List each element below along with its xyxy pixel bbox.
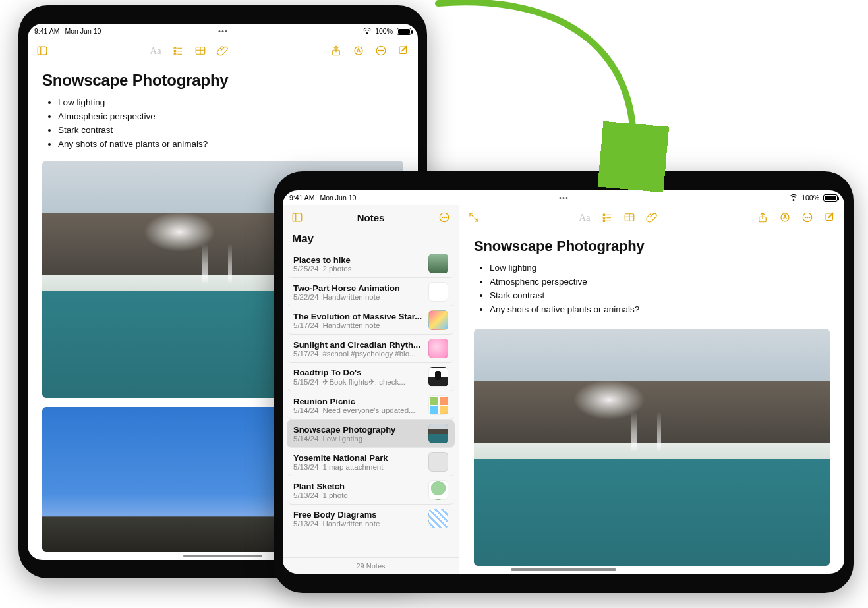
svg-point-14 — [378, 50, 380, 51]
aa-icon: Aa — [150, 45, 161, 57]
status-bar: 9:41 AM Mon Jun 10 100% — [28, 24, 418, 38]
checklist-button[interactable] — [598, 208, 616, 227]
paperclip-icon — [217, 45, 229, 57]
note-item-title: Yosemite National Park — [293, 453, 423, 463]
share-icon — [330, 45, 342, 57]
status-bar: 9:41 AM Mon Jun 10 100% — [283, 190, 844, 205]
multitask-pill[interactable] — [560, 197, 568, 199]
note-item-thumbnail — [428, 339, 448, 358]
note-list-item[interactable]: Snowscape Photography5/14/24Low lighting — [287, 420, 455, 448]
svg-point-16 — [382, 50, 384, 51]
svg-point-15 — [380, 50, 382, 51]
svg-point-24 — [603, 214, 605, 216]
note-list-item[interactable]: The Evolution of Massive Star...5/17/24H… — [287, 306, 455, 335]
markup-button[interactable] — [776, 208, 794, 227]
bullet-item: Stark contrast — [490, 289, 830, 303]
note-item-thumbnail — [428, 509, 448, 528]
compose-button[interactable] — [394, 41, 413, 60]
note-item-thumbnail — [428, 310, 448, 330]
note-item-subtitle: 5/13/24Handwritten note — [293, 520, 423, 528]
note-item-title: Plant Sketch — [293, 482, 423, 491]
note-item-subtitle: 5/17/24#school #psychology #bio... — [293, 350, 423, 358]
share-button[interactable] — [327, 41, 345, 60]
note-list-item[interactable]: Yosemite National Park5/13/241 map attac… — [287, 448, 455, 476]
bullet-item: Stark contrast — [58, 124, 403, 138]
notes-list[interactable]: Places to hike5/25/242 photosTwo-Part Ho… — [283, 250, 459, 557]
expand-icon — [468, 211, 480, 223]
note-item-thumbnail — [428, 254, 448, 273]
note-item-subtitle: 5/25/242 photos — [293, 265, 423, 273]
share-button[interactable] — [753, 208, 772, 227]
wifi-icon — [363, 28, 371, 34]
table-button[interactable] — [620, 208, 639, 227]
svg-rect-0 — [38, 47, 47, 55]
sidebar-section-header: May — [283, 230, 459, 250]
ellipsis-circle-icon — [375, 45, 387, 57]
wifi-icon — [790, 194, 797, 201]
fullscreen-button[interactable] — [465, 208, 483, 227]
sidebar-toolbar: Notes — [283, 205, 459, 230]
note-list-item[interactable]: Places to hike5/25/242 photos — [287, 250, 455, 278]
status-battery-pct: 100% — [375, 27, 393, 35]
checklist-button[interactable] — [169, 41, 187, 60]
toggle-sidebar-button[interactable] — [33, 41, 51, 60]
battery-icon — [397, 28, 411, 35]
note-bullet-list: Low lighting Atmospheric perspective Sta… — [42, 96, 403, 152]
attach-button[interactable] — [214, 41, 232, 60]
more-button[interactable] — [798, 208, 817, 227]
note-item-subtitle: 5/13/241 photo — [293, 491, 423, 499]
attach-button[interactable] — [643, 208, 661, 227]
compose-icon — [397, 45, 409, 57]
note-item-subtitle: 5/17/24Handwritten note — [293, 321, 423, 329]
note-item-title: Sunlight and Circadian Rhyth... — [293, 340, 423, 350]
svg-point-37 — [807, 217, 808, 218]
bullet-item: Any shots of native plants or animals? — [58, 138, 403, 152]
sidebar-notes-count: 29 Notes — [283, 557, 459, 574]
note-item-title: The Evolution of Massive Star... — [293, 312, 423, 321]
aa-icon: Aa — [579, 212, 591, 223]
svg-point-26 — [603, 217, 605, 219]
note-bullet-list: Low lighting Atmospheric perspective Sta… — [474, 262, 830, 317]
home-indicator[interactable] — [183, 555, 262, 557]
note-item-title: Places to hike — [293, 255, 423, 265]
status-time: 9:41 AM — [289, 194, 315, 202]
svg-point-28 — [603, 220, 605, 222]
note-list-item[interactable]: Two-Part Horse Animation5/22/24Handwritt… — [287, 278, 455, 306]
compose-icon — [824, 211, 836, 223]
note-item-title: Free Body Diagrams — [293, 510, 423, 520]
note-list-item[interactable]: Free Body Diagrams5/13/24Handwritten not… — [287, 505, 455, 532]
note-list-item[interactable]: Sunlight and Circadian Rhyth...5/17/24#s… — [287, 335, 455, 363]
note-item-subtitle: 5/14/24Low lighting — [293, 435, 423, 443]
note-list-item[interactable]: Plant Sketch5/13/241 photo — [287, 476, 455, 505]
note-item-thumbnail — [428, 424, 448, 443]
markup-icon — [779, 211, 791, 223]
text-format-button[interactable]: Aa — [146, 41, 165, 60]
status-time: 9:41 AM — [34, 27, 60, 35]
multitask-pill[interactable] — [219, 30, 227, 32]
note-toolbar: Aa — [459, 205, 844, 230]
checklist-icon — [172, 45, 184, 57]
notes-list-pane: Notes May Places to hike5/25/242 photosT… — [283, 205, 459, 574]
more-button[interactable] — [372, 41, 390, 60]
note-item-title: Two-Part Horse Animation — [293, 283, 423, 293]
svg-point-4 — [174, 50, 176, 52]
bullet-item: Atmospheric perspective — [490, 275, 830, 289]
bullet-item: Low lighting — [490, 262, 830, 275]
bullet-item: Any shots of native plants or animals? — [490, 303, 830, 317]
home-indicator[interactable] — [511, 568, 616, 571]
table-icon — [194, 45, 206, 57]
note-photo-waterfall[interactable] — [474, 329, 830, 566]
compose-button[interactable] — [821, 208, 839, 227]
note-item-thumbnail — [428, 282, 448, 302]
note-list-item[interactable]: Roadtrip To Do's5/15/24✈︎Book flights✈︎:… — [287, 363, 455, 391]
note-list-item[interactable]: Reunion Picnic5/14/24Need everyone's upd… — [287, 391, 455, 420]
table-button[interactable] — [191, 41, 210, 60]
share-icon — [757, 211, 768, 223]
note-editor[interactable]: Snowscape Photography Low lighting Atmos… — [459, 230, 844, 574]
note-item-thumbnail — [428, 480, 448, 500]
markup-button[interactable] — [349, 41, 368, 60]
note-detail-pane: Aa — [459, 205, 844, 574]
note-item-title: Reunion Picnic — [293, 397, 423, 406]
note-item-subtitle: 5/22/24Handwritten note — [293, 293, 423, 301]
text-format-button[interactable]: Aa — [575, 208, 594, 227]
